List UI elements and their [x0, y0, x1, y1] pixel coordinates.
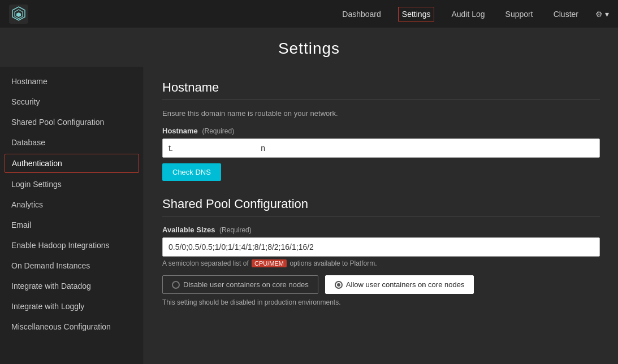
nav-cluster[interactable]: Cluster	[550, 7, 582, 21]
app-logo	[9, 5, 28, 24]
gear-icon: ⚙	[595, 10, 603, 19]
check-dns-button[interactable]: Check DNS	[162, 163, 221, 181]
disable-radio-icon	[172, 281, 180, 289]
logo-area	[9, 5, 28, 24]
core-nodes-button-group: Disable user containers on core nodes Al…	[162, 275, 600, 294]
allow-radio-icon	[335, 281, 343, 289]
sidebar: Hostname Security Shared Pool Configurat…	[0, 67, 144, 364]
main-layout: Hostname Security Shared Pool Configurat…	[0, 67, 618, 364]
sidebar-item-shared-pool[interactable]: Shared Pool Configuration	[0, 112, 144, 132]
sidebar-item-on-demand[interactable]: On Demand Instances	[0, 255, 144, 276]
gear-chevron-icon: ▾	[605, 10, 609, 19]
shared-pool-section: Shared Pool Configuration Available Size…	[162, 197, 600, 306]
sidebar-item-analytics[interactable]: Analytics	[0, 194, 144, 215]
shared-pool-title: Shared Pool Configuration	[162, 197, 600, 211]
sidebar-item-loggly[interactable]: Integrate with Loggly	[0, 296, 144, 317]
sidebar-item-email[interactable]: Email	[0, 215, 144, 235]
hostname-section: Hostname Ensure this domain name is rout…	[162, 80, 600, 181]
hostname-title: Hostname	[162, 80, 600, 95]
sidebar-item-authentication[interactable]: Authentication	[5, 154, 139, 173]
available-sizes-help: A semicolon separated list of CPU/MEM op…	[162, 259, 600, 267]
sidebar-item-database[interactable]: Database	[0, 132, 144, 153]
page-title: Settings	[0, 40, 618, 58]
hostname-divider	[162, 99, 600, 100]
sidebar-item-hostname[interactable]: Hostname	[0, 71, 144, 92]
nav-links: Dashboard Settings Audit Log Support Clu…	[339, 7, 609, 21]
disable-core-nodes-button[interactable]: Disable user containers on core nodes	[162, 275, 318, 294]
hostname-required: (Required)	[202, 127, 234, 135]
allow-core-nodes-button[interactable]: Allow user containers on core nodes	[325, 275, 474, 294]
nav-dashboard[interactable]: Dashboard	[339, 7, 384, 21]
hostname-input[interactable]	[162, 138, 600, 158]
nav-audit-log[interactable]: Audit Log	[448, 7, 488, 21]
setting-note: This setting should be disabled in produ…	[162, 298, 600, 306]
page-title-bar: Settings	[0, 28, 618, 67]
hostname-subtitle: Ensure this domain name is routable on y…	[162, 109, 600, 118]
shared-pool-divider	[162, 216, 600, 216]
available-sizes-required: (Required)	[219, 226, 252, 234]
nav-settings[interactable]: Settings	[398, 7, 435, 21]
main-content: Hostname Ensure this domain name is rout…	[144, 67, 618, 364]
top-nav: Dashboard Settings Audit Log Support Clu…	[0, 0, 618, 28]
cpu-mem-badge: CPU/MEM	[252, 259, 287, 267]
sidebar-item-security[interactable]: Security	[0, 92, 144, 112]
nav-support[interactable]: Support	[502, 7, 537, 21]
sidebar-item-misc[interactable]: Miscellaneous Configuration	[0, 317, 144, 337]
available-sizes-input[interactable]	[162, 237, 600, 257]
hostname-field-label: Hostname (Required)	[162, 127, 600, 135]
sidebar-item-datadog[interactable]: Integrate with Datadog	[0, 276, 144, 296]
available-sizes-label: Available Sizes (Required)	[162, 226, 600, 234]
gear-dropdown[interactable]: ⚙ ▾	[595, 10, 609, 19]
sidebar-item-hadoop[interactable]: Enable Hadoop Integrations	[0, 235, 144, 255]
sidebar-item-login-settings[interactable]: Login Settings	[0, 174, 144, 194]
